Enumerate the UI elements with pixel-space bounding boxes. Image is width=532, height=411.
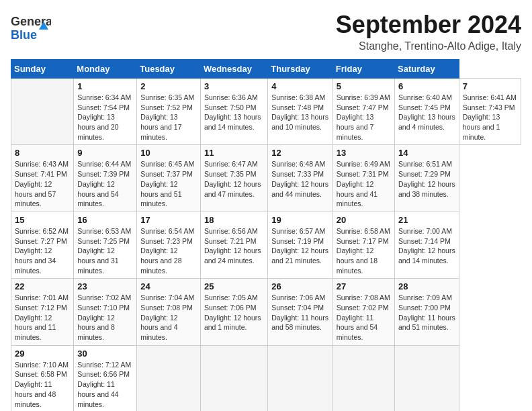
calendar-day-cell: 4 Sunrise: 6:38 AMSunset: 7:48 PMDayligh… bbox=[268, 79, 333, 145]
day-number: 2 bbox=[140, 81, 197, 91]
day-number: 27 bbox=[337, 281, 391, 291]
calendar-day-cell: 23 Sunrise: 7:02 AMSunset: 7:10 PMDaylig… bbox=[74, 279, 137, 345]
calendar-day-cell: 30 Sunrise: 7:12 AMSunset: 6:56 PMDaylig… bbox=[74, 345, 137, 411]
day-number: 4 bbox=[271, 81, 329, 91]
calendar-day-cell: 15 Sunrise: 6:52 AMSunset: 7:27 PMDaylig… bbox=[11, 212, 74, 278]
calendar-week-row: 29 Sunrise: 7:10 AMSunset: 6:58 PMDaylig… bbox=[11, 345, 521, 411]
calendar-day-cell: 22 Sunrise: 7:01 AMSunset: 7:12 PMDaylig… bbox=[11, 279, 74, 345]
day-number: 3 bbox=[204, 81, 264, 91]
calendar-header-row: SundayMondayTuesdayWednesdayThursdayFrid… bbox=[11, 60, 521, 79]
col-header-sunday: Sunday bbox=[11, 60, 74, 79]
calendar-day-cell bbox=[332, 345, 394, 411]
day-number: 23 bbox=[77, 281, 133, 291]
day-number: 14 bbox=[398, 148, 455, 158]
day-number: 5 bbox=[337, 81, 391, 91]
col-header-monday: Monday bbox=[74, 60, 137, 79]
empty-cell bbox=[11, 79, 74, 145]
day-detail: Sunrise: 7:06 AMSunset: 7:04 PMDaylight:… bbox=[271, 293, 328, 331]
calendar-week-row: 15 Sunrise: 6:52 AMSunset: 7:27 PMDaylig… bbox=[11, 212, 521, 278]
day-detail: Sunrise: 6:57 AMSunset: 7:19 PMDaylight:… bbox=[271, 227, 328, 265]
day-detail: Sunrise: 6:41 AMSunset: 7:43 PMDaylight:… bbox=[463, 93, 517, 141]
day-detail: Sunrise: 6:49 AMSunset: 7:31 PMDaylight:… bbox=[337, 160, 390, 208]
day-detail: Sunrise: 6:38 AMSunset: 7:48 PMDaylight:… bbox=[271, 93, 328, 131]
day-detail: Sunrise: 6:58 AMSunset: 7:17 PMDaylight:… bbox=[337, 227, 390, 275]
day-detail: Sunrise: 6:53 AMSunset: 7:25 PMDaylight:… bbox=[77, 227, 131, 275]
day-number: 17 bbox=[140, 215, 197, 225]
calendar-day-cell: 6 Sunrise: 6:40 AMSunset: 7:45 PMDayligh… bbox=[395, 79, 459, 145]
day-number: 6 bbox=[398, 81, 455, 91]
day-number: 11 bbox=[204, 148, 264, 158]
calendar-week-row: 1 Sunrise: 6:34 AMSunset: 7:54 PMDayligh… bbox=[11, 79, 521, 145]
day-detail: Sunrise: 7:05 AMSunset: 7:06 PMDaylight:… bbox=[204, 293, 261, 331]
day-detail: Sunrise: 6:39 AMSunset: 7:47 PMDaylight:… bbox=[337, 93, 390, 141]
day-number: 19 bbox=[271, 215, 329, 225]
logo: General Blue bbox=[11, 11, 51, 48]
calendar-day-cell: 25 Sunrise: 7:05 AMSunset: 7:06 PMDaylig… bbox=[200, 279, 267, 345]
day-number: 25 bbox=[204, 281, 264, 291]
day-detail: Sunrise: 6:43 AMSunset: 7:41 PMDaylight:… bbox=[15, 160, 69, 208]
svg-text:Blue: Blue bbox=[11, 28, 37, 42]
calendar-day-cell: 29 Sunrise: 7:10 AMSunset: 6:58 PMDaylig… bbox=[11, 345, 74, 411]
day-number: 13 bbox=[337, 148, 391, 158]
day-detail: Sunrise: 6:51 AMSunset: 7:29 PMDaylight:… bbox=[398, 160, 455, 197]
logo-icon: General Blue bbox=[11, 11, 51, 48]
calendar-day-cell: 19 Sunrise: 6:57 AMSunset: 7:19 PMDaylig… bbox=[268, 212, 333, 278]
calendar-day-cell: 8 Sunrise: 6:43 AMSunset: 7:41 PMDayligh… bbox=[11, 145, 74, 212]
day-detail: Sunrise: 7:09 AMSunset: 7:00 PMDaylight:… bbox=[398, 293, 455, 331]
day-detail: Sunrise: 6:34 AMSunset: 7:54 PMDaylight:… bbox=[77, 93, 131, 141]
day-detail: Sunrise: 7:00 AMSunset: 7:14 PMDaylight:… bbox=[398, 227, 455, 265]
calendar-day-cell: 7 Sunrise: 6:41 AMSunset: 7:43 PMDayligh… bbox=[459, 79, 521, 145]
day-detail: Sunrise: 6:44 AMSunset: 7:39 PMDaylight:… bbox=[77, 160, 131, 208]
calendar-week-row: 22 Sunrise: 7:01 AMSunset: 7:12 PMDaylig… bbox=[11, 279, 521, 345]
day-detail: Sunrise: 6:35 AMSunset: 7:52 PMDaylight:… bbox=[140, 93, 194, 141]
calendar-day-cell: 11 Sunrise: 6:47 AMSunset: 7:35 PMDaylig… bbox=[200, 145, 267, 212]
day-detail: Sunrise: 6:47 AMSunset: 7:35 PMDaylight:… bbox=[204, 160, 261, 197]
calendar-day-cell bbox=[200, 345, 267, 411]
col-header-saturday: Saturday bbox=[395, 60, 459, 79]
calendar-day-cell: 26 Sunrise: 7:06 AMSunset: 7:04 PMDaylig… bbox=[268, 279, 333, 345]
calendar-day-cell: 3 Sunrise: 6:36 AMSunset: 7:50 PMDayligh… bbox=[200, 79, 267, 145]
day-number: 16 bbox=[77, 215, 133, 225]
col-header-tuesday: Tuesday bbox=[137, 60, 201, 79]
day-detail: Sunrise: 6:52 AMSunset: 7:27 PMDaylight:… bbox=[15, 227, 69, 275]
day-number: 30 bbox=[77, 349, 133, 359]
calendar-day-cell: 27 Sunrise: 7:08 AMSunset: 7:02 PMDaylig… bbox=[332, 279, 394, 345]
calendar-day-cell: 20 Sunrise: 6:58 AMSunset: 7:17 PMDaylig… bbox=[332, 212, 394, 278]
calendar-day-cell: 2 Sunrise: 6:35 AMSunset: 7:52 PMDayligh… bbox=[137, 79, 201, 145]
calendar-day-cell: 17 Sunrise: 6:54 AMSunset: 7:23 PMDaylig… bbox=[137, 212, 201, 278]
day-detail: Sunrise: 6:45 AMSunset: 7:37 PMDaylight:… bbox=[140, 160, 194, 208]
day-number: 9 bbox=[77, 148, 133, 158]
col-header-wednesday: Wednesday bbox=[200, 60, 267, 79]
day-number: 28 bbox=[398, 281, 455, 291]
calendar-day-cell: 21 Sunrise: 7:00 AMSunset: 7:14 PMDaylig… bbox=[395, 212, 459, 278]
calendar-day-cell: 9 Sunrise: 6:44 AMSunset: 7:39 PMDayligh… bbox=[74, 145, 137, 212]
title-area: September 2024 Stanghe, Trentino-Alto Ad… bbox=[336, 11, 521, 52]
day-number: 18 bbox=[204, 215, 264, 225]
day-number: 21 bbox=[398, 215, 455, 225]
day-detail: Sunrise: 6:48 AMSunset: 7:33 PMDaylight:… bbox=[271, 160, 328, 197]
col-header-friday: Friday bbox=[332, 60, 394, 79]
calendar-week-row: 8 Sunrise: 6:43 AMSunset: 7:41 PMDayligh… bbox=[11, 145, 521, 212]
calendar-day-cell: 24 Sunrise: 7:04 AMSunset: 7:08 PMDaylig… bbox=[137, 279, 201, 345]
day-detail: Sunrise: 7:02 AMSunset: 7:10 PMDaylight:… bbox=[77, 293, 131, 341]
day-detail: Sunrise: 6:40 AMSunset: 7:45 PMDaylight:… bbox=[398, 93, 455, 131]
month-year-title: September 2024 bbox=[336, 11, 521, 39]
day-number: 15 bbox=[15, 215, 70, 225]
day-detail: Sunrise: 6:56 AMSunset: 7:21 PMDaylight:… bbox=[204, 227, 261, 265]
day-detail: Sunrise: 6:54 AMSunset: 7:23 PMDaylight:… bbox=[140, 227, 194, 275]
calendar-table: SundayMondayTuesdayWednesdayThursdayFrid… bbox=[11, 59, 521, 411]
day-number: 24 bbox=[140, 281, 197, 291]
location-subtitle: Stanghe, Trentino-Alto Adige, Italy bbox=[336, 40, 521, 52]
calendar-day-cell: 14 Sunrise: 6:51 AMSunset: 7:29 PMDaylig… bbox=[395, 145, 459, 212]
calendar-day-cell: 28 Sunrise: 7:09 AMSunset: 7:00 PMDaylig… bbox=[395, 279, 459, 345]
day-number: 29 bbox=[15, 349, 70, 359]
day-number: 20 bbox=[337, 215, 391, 225]
day-detail: Sunrise: 7:01 AMSunset: 7:12 PMDaylight:… bbox=[15, 293, 69, 341]
page-header: General Blue September 2024 Stanghe, Tre… bbox=[11, 11, 521, 52]
day-detail: Sunrise: 7:10 AMSunset: 6:58 PMDaylight:… bbox=[15, 361, 69, 408]
day-number: 1 bbox=[77, 81, 133, 91]
calendar-day-cell: 13 Sunrise: 6:49 AMSunset: 7:31 PMDaylig… bbox=[332, 145, 394, 212]
calendar-day-cell: 12 Sunrise: 6:48 AMSunset: 7:33 PMDaylig… bbox=[268, 145, 333, 212]
calendar-day-cell: 16 Sunrise: 6:53 AMSunset: 7:25 PMDaylig… bbox=[74, 212, 137, 278]
calendar-day-cell: 5 Sunrise: 6:39 AMSunset: 7:47 PMDayligh… bbox=[332, 79, 394, 145]
